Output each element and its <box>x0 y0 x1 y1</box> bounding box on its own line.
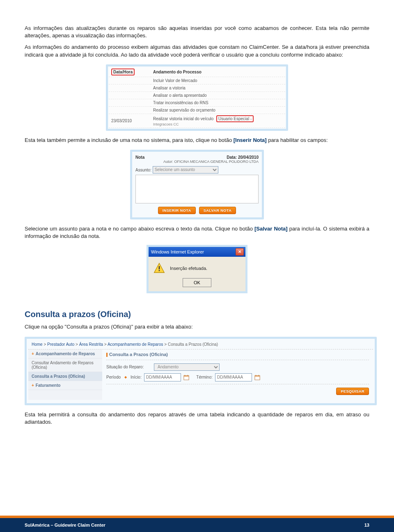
svg-rect-4 <box>184 375 189 377</box>
sidebar-item-faturamento[interactable]: Faturamento <box>28 381 102 390</box>
inserir-nota-button[interactable]: INSERIR NOTA <box>158 207 196 214</box>
termino-label: Término: <box>196 375 212 379</box>
footer-page-number: 13 <box>364 523 369 527</box>
ok-button[interactable]: OK <box>183 278 211 287</box>
svg-rect-1 <box>159 266 160 269</box>
inserir-nota-ref: [Inserir Nota] <box>234 137 267 143</box>
periodo-label: Período <box>106 375 121 379</box>
salvar-nota-button[interactable]: SALVAR NOTA <box>199 207 236 214</box>
andamento-row: Analisar o alerta apresentado <box>151 91 285 99</box>
sidebar-item-acomp[interactable]: Acompanhamento de Reparos <box>28 349 102 358</box>
calendar-icon[interactable] <box>183 374 189 380</box>
breadcrumb: Home > Prestador Auto > Área Restrita > … <box>28 340 373 349</box>
sidebar-item-consultar-andamento[interactable]: Consultar Andamento de Reparos (Oficina) <box>28 358 102 372</box>
andamento-user-highlight: Usuario Especial - <box>216 115 254 122</box>
page-footer: SulAmérica – Guidewire Claim Center 13 <box>0 518 394 532</box>
salvar-nota-ref: [Salvar Nota] <box>254 226 288 232</box>
sidebar-nav: Acompanhamento de Reparos Consultar Anda… <box>28 349 102 400</box>
crumb-current: Consulta a Prazos (Oficina) <box>168 342 218 347</box>
paragraph-5: Clique na opção "Consulta a prazos (Ofic… <box>25 323 369 331</box>
crumb-area[interactable]: Área Restrita <box>79 342 103 347</box>
para4-text-a: Selecione um assunto para a nota e no ca… <box>25 226 254 232</box>
svg-rect-2 <box>159 270 160 272</box>
figure-consulta-prazos: Home > Prestador Auto > Área Restrita > … <box>25 337 377 405</box>
inicio-input[interactable] <box>144 373 181 381</box>
termino-input[interactable] <box>215 373 252 381</box>
crumb-acomp[interactable]: Acompanhamento de Reparos <box>108 342 163 347</box>
nota-label: Nota <box>135 155 144 160</box>
situacao-label: Situação do Reparo: <box>106 365 151 369</box>
figure-andamento-table: Data/Hora Andamento do Processo Incluir … <box>106 64 288 131</box>
calendar-icon[interactable] <box>254 374 260 380</box>
inicio-label: Início: <box>131 375 142 379</box>
andamento-row: Analisar a vistoria <box>151 84 285 91</box>
andamento-last-act: Realizar vistoria inicial do veículo <box>153 116 213 121</box>
andamento-subline: Integracoes CC <box>153 122 283 126</box>
panel-title: Consulta a Prazos (Oficina) <box>106 352 369 358</box>
pesquisar-button[interactable]: PESQUISAR <box>336 388 369 395</box>
para3-text-b: para habilitar os campos: <box>267 137 328 143</box>
footer-title: SulAmérica – Guidewire Claim Center <box>25 523 105 527</box>
figure-ie-dialog: Windows Internet Explorer ✕ Inserção efe… <box>147 245 247 293</box>
svg-rect-8 <box>255 375 260 377</box>
andamento-date: 23/03/2010 <box>109 114 151 128</box>
crumb-home[interactable]: Home <box>32 342 43 347</box>
assunto-label: Assunto: <box>135 167 151 172</box>
section-heading: Consulta a prazos (Oficina) <box>25 310 369 319</box>
col-andamento-header: Andamento do Processo <box>151 67 285 77</box>
paragraph-3: Esta tela também permite a inclusão de u… <box>25 137 369 144</box>
paragraph-2: As informações do andamento do processo … <box>25 43 369 58</box>
andamento-row: Incluir Valor de Mercado <box>151 77 285 84</box>
diamond-icon: ◆ <box>124 375 127 379</box>
close-icon[interactable]: ✕ <box>236 248 244 256</box>
assunto-select[interactable]: Selecione um assunto <box>153 166 218 174</box>
dialog-title: Windows Internet Explorer <box>151 249 204 254</box>
situacao-select[interactable]: Andamento <box>154 363 220 371</box>
nota-data-label: Data: 20/04/2010 <box>227 155 259 160</box>
figure-nota-form: Nota Data: 20/04/2010 Autor: OFICINA MEC… <box>130 150 264 219</box>
paragraph-4: Selecione um assunto para a nota e no ca… <box>25 225 369 240</box>
sidebar-item-consulta-prazos[interactable]: Consulta a Prazos (Oficina) <box>28 372 102 381</box>
col-datahora-header: Data/Hora <box>111 68 135 75</box>
warning-icon <box>153 263 165 274</box>
nota-textarea[interactable] <box>135 175 259 203</box>
crumb-prestador[interactable]: Prestador Auto <box>47 342 74 347</box>
para3-text-a: Esta tela também permite a inclusão de u… <box>25 137 234 143</box>
paragraph-6: Esta tela permitirá a consulta do andame… <box>25 411 369 426</box>
nota-autor: Autor: OFICINA MECANICA GENERAL POLIDORO… <box>135 160 259 164</box>
paragraph-1: As informações das atualizações durante … <box>25 25 369 39</box>
andamento-row: Tratar inconsistências do RNS <box>151 99 285 106</box>
dialog-message: Inserção efetuada. <box>170 266 207 271</box>
andamento-row: Realizar supervisão do orçamento <box>151 106 285 114</box>
